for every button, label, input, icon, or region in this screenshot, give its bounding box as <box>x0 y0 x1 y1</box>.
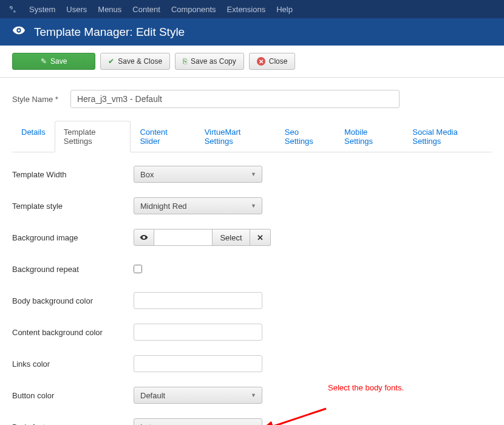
annotation-body-fonts: Select the body fonts. <box>328 383 404 392</box>
save-close-button[interactable]: ✔ Save & Close <box>100 53 170 70</box>
top-nav: System Users Menus Content Components Ex… <box>0 0 504 18</box>
row-button-color: Button color Default Select the body fon… <box>12 387 492 404</box>
select-button-color[interactable]: Default <box>134 387 262 404</box>
tab-template-settings[interactable]: Template Settings <box>55 121 131 152</box>
bg-image-clear-button[interactable]: ✕ <box>250 229 271 246</box>
label-button-color: Button color <box>12 391 134 400</box>
menu-help[interactable]: Help <box>276 5 293 14</box>
bg-image-select-button[interactable]: Select <box>213 229 250 246</box>
tab-social-media-settings[interactable]: Social Media Settings <box>403 121 492 152</box>
toolbar: ✎ Save ✔ Save & Close ⎘ Save as Copy ✕ C… <box>0 46 504 78</box>
style-name-input[interactable] <box>70 90 400 108</box>
label-template-style: Template style <box>12 202 134 211</box>
row-body-bg: Body background color <box>12 292 492 309</box>
row-template-width: Template Width Box <box>12 166 492 183</box>
bg-image-path <box>154 229 213 246</box>
label-bg-image: Background image <box>12 233 134 242</box>
form-area: Style Name * Details Template Settings C… <box>0 78 504 425</box>
joomla-logo-icon[interactable] <box>7 4 18 15</box>
menu-content[interactable]: Content <box>132 5 160 14</box>
page-header: Template Manager: Edit Style <box>0 18 504 46</box>
tab-content-slider[interactable]: Content Slider <box>131 121 195 152</box>
menu-components[interactable]: Components <box>171 5 216 14</box>
apply-icon: ✎ <box>41 57 47 66</box>
row-bg-repeat: Background repeat <box>12 260 492 277</box>
svg-line-0 <box>271 409 326 425</box>
save-copy-label: Save as Copy <box>191 57 236 66</box>
menu-menus[interactable]: Menus <box>98 5 121 14</box>
row-bg-image: Background image Select ✕ <box>12 229 492 246</box>
menu-users[interactable]: Users <box>66 5 87 14</box>
label-content-bg: Content background color <box>12 328 134 337</box>
label-template-width: Template Width <box>12 170 134 179</box>
style-name-label: Style Name * <box>12 95 58 104</box>
label-links-color: Links color <box>12 359 134 369</box>
checkbox-bg-repeat[interactable] <box>134 265 142 273</box>
select-body-fonts[interactable]: Lato <box>134 418 262 425</box>
copy-icon: ⎘ <box>183 57 187 66</box>
select-template-width[interactable]: Box <box>134 166 262 183</box>
check-icon: ✔ <box>108 57 114 66</box>
close-label: Close <box>269 57 288 66</box>
preview-icon-button[interactable] <box>134 229 154 246</box>
menu-extensions[interactable]: Extensions <box>227 5 266 14</box>
menu-system[interactable]: System <box>29 5 55 14</box>
style-name-row: Style Name * <box>12 90 492 108</box>
input-body-bg[interactable] <box>134 292 262 309</box>
save-copy-button[interactable]: ⎘ Save as Copy <box>175 53 244 70</box>
bg-image-group: Select ✕ <box>134 229 271 246</box>
save-label: Save <box>50 57 67 66</box>
label-body-bg: Body background color <box>12 296 134 305</box>
close-icon: ✕ <box>257 57 265 66</box>
page-title: Template Manager: Edit Style <box>34 25 185 39</box>
label-bg-repeat: Background repeat <box>12 265 134 274</box>
input-links-color[interactable] <box>134 355 262 372</box>
input-content-bg[interactable] <box>134 324 262 341</box>
save-close-label: Save & Close <box>118 57 162 66</box>
tabs: Details Template Settings Content Slider… <box>12 120 492 152</box>
row-links-color: Links color <box>12 355 492 372</box>
tab-virtuemart-settings[interactable]: VirtueMart Settings <box>196 121 276 152</box>
save-button[interactable]: ✎ Save <box>12 53 95 70</box>
close-button[interactable]: ✕ Close <box>249 53 296 70</box>
tab-seo-settings[interactable]: Seo Settings <box>276 121 335 152</box>
eye-icon <box>12 24 26 40</box>
arrow-annotation-icon <box>265 406 329 425</box>
select-template-style[interactable]: Midnight Red <box>134 197 262 214</box>
row-body-fonts: Body fonts Lato <box>12 418 492 425</box>
tab-details[interactable]: Details <box>12 121 55 152</box>
row-template-style: Template style Midnight Red <box>12 197 492 214</box>
tab-mobile-settings[interactable]: Mobile Settings <box>335 121 403 152</box>
label-body-fonts: Body fonts <box>12 423 134 426</box>
row-content-bg: Content background color <box>12 324 492 341</box>
